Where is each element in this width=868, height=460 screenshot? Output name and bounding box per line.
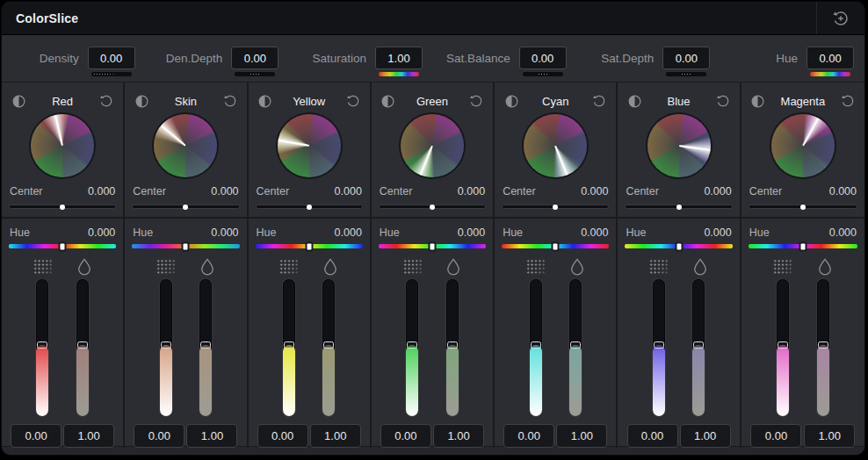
- saturation-slider-handle[interactable]: [200, 341, 211, 349]
- hue-value[interactable]: 0.000: [704, 226, 731, 239]
- hue-wheel[interactable]: [401, 114, 464, 177]
- hue-slider-handle[interactable]: [676, 243, 681, 249]
- center-slider-handle[interactable]: [676, 205, 682, 210]
- bypass-button[interactable]: [9, 91, 28, 111]
- hue-slider-handle[interactable]: [800, 243, 805, 249]
- hue-value[interactable]: 0.000: [458, 226, 485, 239]
- density-slider-handle[interactable]: [654, 341, 664, 349]
- density-slider-handle[interactable]: [284, 341, 294, 349]
- density-slider[interactable]: [36, 279, 48, 416]
- hue-value[interactable]: 0.000: [88, 226, 115, 239]
- bypass-button[interactable]: [749, 91, 768, 111]
- center-slider-handle[interactable]: [183, 205, 188, 210]
- hue-wheel[interactable]: [647, 114, 711, 177]
- hue-value[interactable]: 0.000: [829, 226, 857, 239]
- density-slider[interactable]: [530, 279, 542, 416]
- density-slider-handle[interactable]: [37, 341, 47, 349]
- bypass-button[interactable]: [132, 91, 151, 111]
- center-slider[interactable]: [502, 205, 609, 209]
- slice-reset-button[interactable]: [221, 91, 240, 111]
- hue-slider[interactable]: [749, 244, 857, 248]
- density-value-field[interactable]: 0.00: [750, 424, 801, 448]
- hue-slider[interactable]: [256, 244, 363, 248]
- slice-reset-button[interactable]: [97, 91, 116, 111]
- global-value-field[interactable]: 1.00: [375, 47, 423, 69]
- slice-reset-button[interactable]: [838, 91, 857, 111]
- bypass-button[interactable]: [379, 91, 398, 111]
- hue-wheel[interactable]: [154, 114, 217, 177]
- global-mini-slider[interactable]: [810, 72, 850, 76]
- density-slider-handle[interactable]: [407, 341, 417, 349]
- density-slider[interactable]: [283, 279, 295, 416]
- center-value[interactable]: 0.000: [88, 185, 115, 198]
- density-slider-handle[interactable]: [778, 341, 788, 349]
- hue-slider[interactable]: [9, 244, 116, 248]
- center-value[interactable]: 0.000: [829, 185, 857, 198]
- hue-slider-handle[interactable]: [61, 243, 65, 249]
- density-value-field[interactable]: 0.00: [380, 424, 431, 448]
- center-slider-handle[interactable]: [430, 205, 435, 210]
- reset-all-button[interactable]: [817, 2, 864, 34]
- density-slider[interactable]: [406, 279, 418, 416]
- hue-value[interactable]: 0.000: [335, 226, 362, 239]
- bypass-button[interactable]: [256, 91, 275, 111]
- density-slider[interactable]: [777, 279, 789, 416]
- hue-slider[interactable]: [379, 244, 486, 248]
- center-slider[interactable]: [749, 205, 857, 209]
- global-value-field[interactable]: 0.00: [662, 47, 710, 69]
- saturation-slider[interactable]: [322, 279, 335, 416]
- global-mini-slider[interactable]: [379, 72, 419, 76]
- center-value[interactable]: 0.000: [335, 185, 362, 198]
- density-value-field[interactable]: 0.00: [627, 424, 678, 448]
- density-value-field[interactable]: 0.00: [257, 424, 308, 448]
- density-slider[interactable]: [160, 279, 172, 416]
- saturation-value-field[interactable]: 1.00: [433, 424, 484, 448]
- density-slider[interactable]: [653, 279, 665, 416]
- center-slider[interactable]: [379, 205, 486, 209]
- saturation-value-field[interactable]: 1.00: [186, 424, 237, 448]
- saturation-slider[interactable]: [76, 279, 89, 416]
- global-value-field[interactable]: 0.00: [88, 47, 135, 69]
- center-slider[interactable]: [256, 205, 363, 209]
- saturation-slider-handle[interactable]: [693, 341, 704, 349]
- global-value-field[interactable]: 0.00: [519, 47, 567, 69]
- bypass-button[interactable]: [625, 91, 644, 111]
- center-value[interactable]: 0.000: [458, 185, 485, 198]
- global-mini-slider[interactable]: [666, 72, 706, 76]
- global-value-field[interactable]: 0.00: [807, 47, 854, 69]
- density-slider-handle[interactable]: [531, 341, 541, 349]
- global-mini-slider[interactable]: [91, 72, 132, 76]
- saturation-slider-handle[interactable]: [570, 341, 581, 349]
- center-slider[interactable]: [9, 205, 116, 209]
- density-value-field[interactable]: 0.00: [134, 424, 184, 448]
- saturation-value-field[interactable]: 1.00: [310, 424, 361, 448]
- density-value-field[interactable]: 0.00: [503, 424, 554, 448]
- center-slider-handle[interactable]: [307, 205, 312, 210]
- saturation-slider-handle[interactable]: [447, 341, 458, 349]
- center-slider-handle[interactable]: [553, 205, 558, 210]
- saturation-slider-handle[interactable]: [323, 341, 334, 349]
- bypass-button[interactable]: [502, 91, 521, 111]
- center-value[interactable]: 0.000: [704, 185, 731, 198]
- center-slider-handle[interactable]: [60, 205, 65, 210]
- hue-value[interactable]: 0.000: [581, 226, 608, 239]
- density-slider-handle[interactable]: [161, 341, 171, 349]
- hue-slider[interactable]: [625, 244, 732, 248]
- hue-value[interactable]: 0.000: [211, 226, 238, 239]
- center-value[interactable]: 0.000: [211, 185, 238, 198]
- saturation-value-field[interactable]: 1.00: [63, 424, 114, 448]
- hue-slider-handle[interactable]: [553, 243, 558, 249]
- saturation-slider[interactable]: [817, 279, 829, 416]
- global-value-field[interactable]: 0.00: [231, 47, 278, 69]
- slice-reset-button[interactable]: [467, 91, 486, 111]
- hue-wheel[interactable]: [524, 114, 587, 177]
- saturation-slider-handle[interactable]: [77, 341, 88, 349]
- center-slider[interactable]: [132, 205, 239, 209]
- density-value-field[interactable]: 0.00: [11, 424, 61, 448]
- hue-slider[interactable]: [502, 244, 609, 248]
- saturation-slider[interactable]: [446, 279, 459, 416]
- saturation-value-field[interactable]: 1.00: [804, 424, 855, 448]
- hue-wheel[interactable]: [31, 114, 94, 177]
- saturation-slider[interactable]: [692, 279, 705, 416]
- slice-reset-button[interactable]: [590, 91, 609, 111]
